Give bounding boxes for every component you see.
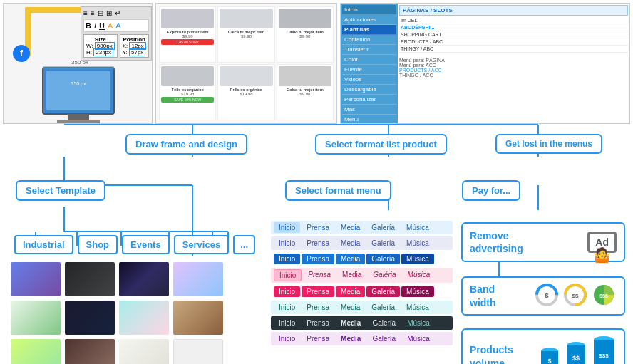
template-grid — [11, 262, 225, 364]
svg-rect-29 — [43, 66, 114, 69]
menu-left-item[interactable]: Más — [342, 105, 396, 115]
products-volume-text: Productsvolume — [470, 343, 513, 364]
menu-right-item: THINGY / ABC — [399, 46, 628, 53]
svg-text:$$$: $$$ — [599, 293, 608, 299]
svg-text:$: $ — [545, 292, 548, 299]
select-format-label: Select format list product — [315, 134, 447, 155]
svg-text:$$: $$ — [572, 293, 579, 299]
menu-left-item[interactable]: Inicio — [342, 5, 396, 15]
select-template-label: Select Template — [16, 180, 106, 201]
menu-left-item[interactable]: Contenido — [342, 35, 396, 45]
menu-right-item: SHOPPING CART — [399, 31, 628, 38]
format-menu-section: Inicio Prensa Media Galería Música Inici… — [271, 221, 453, 348]
svg-text:350 px: 350 px — [71, 81, 86, 87]
cylinder-2: $$ — [564, 340, 588, 364]
select-format-menu-label: Select format menu — [285, 180, 391, 201]
gauge-3: $$$ — [591, 282, 617, 308]
template-thumb[interactable] — [173, 339, 223, 364]
svg-text:$$: $$ — [572, 355, 580, 362]
template-type-events[interactable]: Events — [122, 235, 170, 254]
products-volume-option: Productsvolume $ $$ — [461, 328, 625, 364]
editor-panel: 350 px f 350 px ≡ ≡ ⊟ ⊞ ↵ — [3, 3, 153, 124]
template-thumb[interactable] — [173, 262, 223, 296]
svg-rect-27 — [46, 71, 110, 110]
menu-left-item[interactable]: Descargable — [342, 85, 396, 95]
menu-left-item[interactable]: Aplicaciones — [342, 15, 396, 25]
pay-for-label: Pay for... — [462, 180, 520, 201]
cylinder-1: $ — [538, 345, 561, 364]
menu-panel: Inicio Aplicaciones Plantillas Contenido… — [340, 3, 630, 124]
bandwidth-option: Bandwidth $ $$ — [461, 276, 625, 316]
template-thumb[interactable] — [119, 301, 169, 335]
svg-text:$$$: $$$ — [599, 353, 609, 359]
template-types-row: Industrial Shop Events Services ... — [14, 235, 255, 254]
template-type-shop[interactable]: Shop — [78, 235, 118, 254]
svg-rect-50 — [594, 340, 614, 364]
svg-rect-25 — [68, 114, 89, 120]
template-thumb[interactable] — [119, 339, 169, 364]
template-thumb[interactable] — [11, 301, 61, 335]
draw-frame-label: Draw frame and design — [125, 134, 247, 155]
template-thumb[interactable] — [65, 339, 115, 364]
product-panel: Explora tu primer item $9.98 1.45 en SON… — [155, 3, 337, 124]
main-container: 350 px f 350 px ≡ ≡ ⊟ ⊞ ↵ — [0, 0, 633, 364]
menu-left-item[interactable]: Transferir — [342, 45, 396, 55]
svg-rect-26 — [57, 120, 100, 123]
menu-left-item[interactable]: Fuente — [342, 65, 396, 75]
menu-right-item: Im DEL — [399, 17, 628, 24]
get-lost-label: Get lost in the menus — [495, 134, 602, 154]
template-thumb[interactable] — [65, 262, 115, 296]
top-section: 350 px f 350 px ≡ ≡ ⊟ ⊞ ↵ — [0, 3, 633, 128]
template-thumb[interactable] — [119, 262, 169, 296]
template-type-more[interactable]: ... — [233, 235, 255, 254]
bandwidth-text: Bandwidth — [470, 283, 496, 308]
template-type-industrial[interactable]: Industrial — [14, 235, 73, 254]
template-type-services[interactable]: Services — [174, 235, 230, 254]
gauge-1: $ — [534, 282, 560, 308]
cylinder-3: $$$ — [591, 334, 617, 364]
menu-left-item[interactable]: Personalizar — [342, 95, 396, 105]
menu-left-item[interactable]: Menu — [342, 115, 396, 124]
y-input[interactable]: 57px — [129, 48, 145, 56]
menu-left-panel: Inicio Aplicaciones Plantillas Contenido… — [341, 4, 398, 123]
menu-right-item: PRODUCTS / ABC — [399, 38, 628, 46]
template-thumb[interactable] — [11, 262, 61, 296]
template-thumb[interactable] — [173, 301, 223, 335]
height-input[interactable]: 234px — [93, 48, 113, 56]
svg-rect-22 — [25, 7, 89, 13]
menu-left-item[interactable]: Color — [342, 55, 396, 65]
remove-advertising-text: Removeadvertising — [470, 229, 523, 255]
menu-left-item[interactable]: Plantillas — [342, 25, 396, 35]
menu-left-item[interactable]: Videos — [342, 75, 396, 85]
gauge-2: $$ — [562, 282, 588, 308]
template-thumb[interactable] — [65, 301, 115, 335]
template-thumb[interactable] — [11, 339, 61, 364]
svg-text:$: $ — [547, 358, 551, 364]
menu-right-panel: PÁGINAS / SLOTS Im DEL ABCDÉFGHI... SHOP… — [398, 4, 629, 123]
remove-advertising-option: Removeadvertising Ad 🤷 — [461, 222, 625, 262]
menu-right-item: ABCDÉFGHI... — [399, 24, 628, 31]
